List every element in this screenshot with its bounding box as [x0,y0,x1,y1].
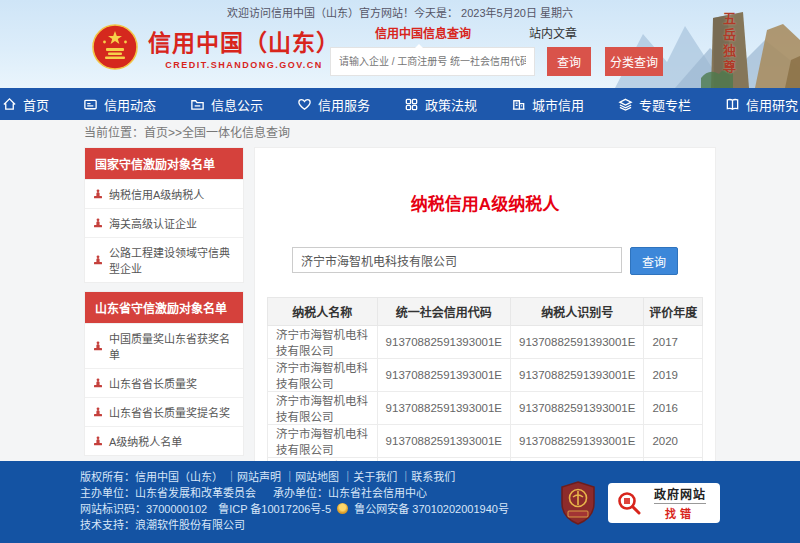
nav-item-credit-news[interactable]: 信用动态 [83,95,156,114]
seal-icon [93,189,103,199]
section-title: 山东省守信激励对象名单 [85,292,243,323]
sidebar-item-label: 中国质量奖山东省获奖名单 [109,330,235,362]
header: 五岳独尊 欢迎访问信用中国（山东）官方网站！今天是： 2023年5月20日 星期… [0,0,800,88]
site-id-icp-text: 网站标识码：3700000102 鲁ICP 备10017206号-5 [80,503,331,515]
header-search-input[interactable] [330,47,535,76]
sidebar-item-china-quality-award[interactable]: 中国质量奖山东省获奖名单 [85,323,243,368]
tab-site-articles[interactable]: 站内文章 [529,24,577,41]
breadcrumb-prefix: 当前位置： [84,126,144,140]
sidebar-item-label: 纳税信用A级纳税人 [109,186,204,202]
nav-item-info-publicity[interactable]: 信息公示 [190,95,263,114]
seal-icon [93,378,103,388]
cell-eval-year: 2016 [644,392,703,425]
table-row: 济宁市海智机电科技有限公司 91370882591393001E 9137088… [268,359,703,392]
seal-icon [93,341,103,351]
seal-icon [93,255,103,265]
cell-taxpayer-name: 济宁市海智机电科技有限公司 [268,425,378,458]
sidebar-item-customs-certified[interactable]: 海关高级认证企业 [85,208,243,237]
cell-credit-code: 91370882591393001E [377,359,510,392]
nav-label: 首页 [23,95,49,114]
national-emblem-icon [92,24,138,70]
footer-line-organizers: 主办单位：山东省发展和改革委员会 承办单位：山东省社会信用中心 [80,485,560,501]
nav-item-home[interactable]: 首页 [2,95,49,114]
category-search-button[interactable]: 分类查询 [605,47,663,76]
cell-taxpayer-name: 济宁市海智机电科技有限公司 [268,326,378,359]
credit-news-icon [83,97,98,112]
home-icon [2,97,17,112]
gov-site-error-badge[interactable]: 政府网站 找错 [608,483,720,523]
breadcrumb-separator: >> [168,126,182,140]
cell-eval-year: 2019 [644,359,703,392]
cell-credit-code: 91370882591393001E [377,425,510,458]
nav-label: 信用研究 [746,95,798,114]
copyright-text: 版权所有：信用中国（山东） [80,471,223,483]
cell-credit-code: 91370882591393001E [377,392,510,425]
co-organizer-text: 承办单位：山东省社会信用中心 [273,487,427,499]
footer-link-statement[interactable]: 网站声明 [226,471,281,483]
breadcrumb-current: 全国一体化信息查询 [182,126,290,140]
magnifier-icon [616,490,642,516]
footer-line-support: 技术支持：浪潮软件股份有限公司 [80,517,560,533]
cell-taxpayer-id: 91370882591393001E [511,326,644,359]
sidebar-item-governor-award-nomination[interactable]: 山东省省长质量奖提名奖 [85,397,243,426]
badge-bottom-text: 找错 [665,505,695,521]
organizer-text: 主办单位：山东省发展和改革委员会 [80,487,256,499]
col-taxpayer-id: 纳税人识别号 [511,298,644,326]
national-incentive-section: 国家守信激励对象名单 纳税信用A级纳税人 海关高级认证企业 公路工程建设领域守信… [84,147,244,283]
nav-label: 信用服务 [318,95,370,114]
footer-link-sitemap[interactable]: 网站地图 [284,471,339,483]
sidebar-item-tax-a-taxpayer[interactable]: 纳税信用A级纳税人 [85,179,243,208]
col-eval-year: 评价年度 [644,298,703,326]
footer-link-about[interactable]: 关于我们 [342,471,397,483]
table-header-row: 纳税人名称 统一社会信用代码 纳税人识别号 评价年度 [268,298,703,326]
cell-taxpayer-name: 济宁市海智机电科技有限公司 [268,359,378,392]
site-logo[interactable]: 信用中国（山东） CREDIT.SHANDONG.GOV.CN [92,24,340,70]
badge-top-text: 政府网站 [654,485,706,504]
breadcrumb-home-link[interactable]: 首页 [144,126,168,140]
province-incentive-section: 山东省守信激励对象名单 中国质量奖山东省获奖名单 山东省省长质量奖 山东省省长质… [84,291,244,456]
nav-item-city-credit[interactable]: 城市信用 [511,95,584,114]
sidebar-item-governor-quality-award[interactable]: 山东省省长质量奖 [85,368,243,397]
psb-number-text[interactable]: 鲁公网安备 37010202001940号 [354,503,509,515]
table-row: 济宁市海智机电科技有限公司 91370882591393001E 9137088… [268,425,703,458]
company-query-button[interactable]: 查询 [630,247,678,275]
sidebar: 国家守信激励对象名单 纳税信用A级纳税人 海关高级认证企业 公路工程建设领域守信… [84,147,244,461]
cell-taxpayer-id: 91370882591393001E [511,359,644,392]
sidebar-item-highway-engineering[interactable]: 公路工程建设领域守信典型企业 [85,237,243,282]
special-column-icon [618,97,633,112]
gov-shield-badge[interactable] [560,481,596,525]
public-security-badge-icon [337,503,348,514]
content-area: 国家守信激励对象名单 纳税信用A级纳税人 海关高级认证企业 公路工程建设领域守信… [0,147,800,461]
policy-icon [404,97,419,112]
cell-taxpayer-id: 91370882591393001E [511,425,644,458]
table-row: 济宁市海智机电科技有限公司 91370882591393001E 9137088… [268,392,703,425]
footer: 版权所有：信用中国（山东） 网站声明 网站地图 关于我们 联系我们 主办单位：山… [0,461,800,543]
main-panel: 纳税信用A级纳税人 查询 纳税人名称 统一社会信用代码 纳税人识别号 评价年度 [254,147,716,461]
nav-item-credit-service[interactable]: 信用服务 [297,95,370,114]
footer-line-icp: 网站标识码：3700000102 鲁ICP 备10017206号-5 鲁公网安备… [80,501,560,517]
col-credit-code: 统一社会信用代码 [377,298,510,326]
sidebar-item-a-level-taxpayer-list[interactable]: A级纳税人名单 [85,426,243,455]
credit-research-icon [725,97,740,112]
nav-item-policy[interactable]: 政策法规 [404,95,477,114]
cell-credit-code: 91370882591393001E [377,326,510,359]
seal-icon [93,218,103,228]
nav-item-special-column[interactable]: 专题专栏 [618,95,691,114]
sidebar-item-label: A级纳税人名单 [109,433,182,449]
cell-eval-year: 2017 [644,326,703,359]
seal-icon [93,407,103,417]
cell-taxpayer-name: 济宁市海智机电科技有限公司 [268,392,378,425]
footer-link-contact[interactable]: 联系我们 [400,471,455,483]
col-taxpayer-name: 纳税人名称 [268,298,378,326]
main-nav: 首页 信用动态 信息公示 信用服务 政策法规 城市信用 专题专栏 信用研究 [0,88,800,120]
header-search-button[interactable]: 查询 [547,47,591,76]
nav-label: 政策法规 [425,95,477,114]
company-search-input[interactable] [292,247,622,273]
tab-credit-info-search[interactable]: 信用中国信息查询 [375,24,471,41]
seal-icon [93,436,103,446]
credit-service-icon [297,97,312,112]
sidebar-item-label: 公路工程建设领域守信典型企业 [109,244,235,276]
page-title: 纳税信用A级纳税人 [255,190,715,215]
nav-item-credit-research[interactable]: 信用研究 [725,95,798,114]
footer-line-copyright: 版权所有：信用中国（山东） 网站声明 网站地图 关于我们 联系我们 [80,469,560,485]
